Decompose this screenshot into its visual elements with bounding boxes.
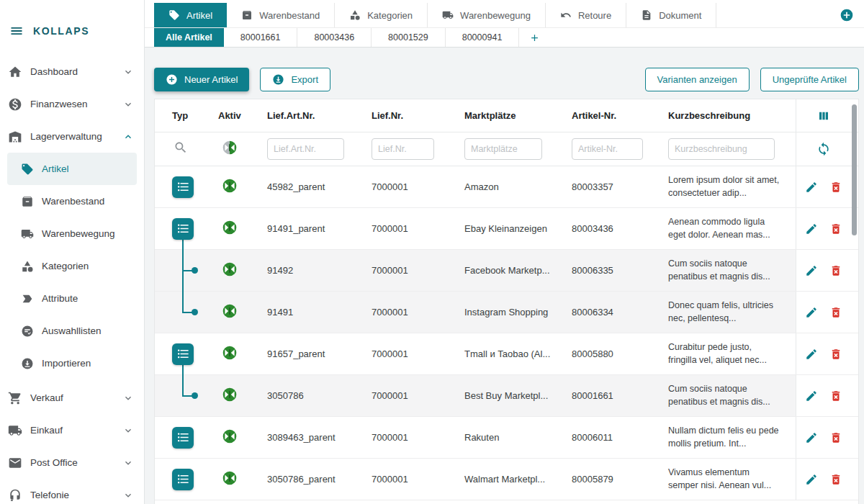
filter-cell [464,138,572,160]
active-status-icon[interactable] [222,179,237,193]
sidebar-item-verkauf[interactable]: Verkauf [0,382,144,414]
table-row[interactable]: 914917000001Instagram Shopping80006334Do… [155,292,858,333]
tab-retoure[interactable]: Retoure [546,3,626,27]
add-article-tab-button[interactable] [519,28,550,47]
table-row[interactable]: 3050786_parent7000001Walmart Marketpl...… [155,459,858,500]
lief-nr-cell: 7000001 [372,474,464,485]
article-tab-80003436[interactable]: 80003436 [297,28,372,47]
active-status-icon[interactable] [222,471,237,485]
sidebar-item-einkauf[interactable]: Einkauf [0,414,144,446]
sidebar-item-warenbestand[interactable]: Warenbestand [7,185,137,217]
add-module-tab-button[interactable] [840,8,854,22]
chevron-down-icon [122,425,134,436]
active-status-icon[interactable] [222,346,237,360]
unchecked-articles-button[interactable]: Ungeprüfte Artikel [760,68,859,91]
article-tab-alle-artikel[interactable]: Alle Artikel [154,28,224,47]
table-row[interactable]: 30507867000001Best Buy Marketpl...800016… [155,375,858,417]
filter-artikel-nr-input[interactable] [572,138,643,160]
article-tab-80001661[interactable]: 80001661 [224,28,298,47]
menu-icon[interactable] [9,24,24,38]
sidebar-item-dashboard[interactable]: Dashboard [0,55,144,88]
primary-tabbar: ArtikelWarenbestandKategorienWarenbewegu… [145,0,864,28]
edit-icon[interactable] [805,473,818,486]
active-status-icon[interactable] [222,429,237,444]
tag-icon [21,163,34,176]
filter-lief-art-nr-input[interactable] [267,138,344,160]
sidebar-item-kategorien[interactable]: Kategorien [7,250,137,282]
sidebar-item-post-office[interactable]: Post Office [0,446,144,479]
delete-icon[interactable] [829,264,842,277]
article-type-list-icon[interactable] [172,218,194,240]
tab-warenbewegung[interactable]: Warenbewegung [428,3,546,27]
delete-icon[interactable] [829,306,842,319]
tab-label: Artikel [186,10,212,21]
sidebar-item-importieren[interactable]: Importieren [7,347,137,379]
active-status-icon[interactable] [222,220,237,235]
tag-icon [168,9,180,21]
kurzbeschreibung-cell: Cum sociis natoque penatibus et magnis d… [668,258,796,283]
table-row[interactable]: 91491_parent7000001Ebay Kleinanzeigen800… [155,208,858,250]
delete-icon[interactable] [829,473,842,486]
sidebar-item-finanzwesen[interactable]: Finanzwesen [0,88,144,120]
tab-dokument[interactable]: Dokument [626,3,716,27]
column-header-marktpl-tze: Marktplätze [464,110,572,121]
truck-icon [8,423,22,438]
filter-marktpl-tze-input[interactable] [464,138,542,160]
article-tab-80000941[interactable]: 80000941 [446,28,520,47]
active-filter-icon[interactable] [222,140,237,155]
article-type-list-icon[interactable] [172,343,194,365]
tree-node-dot [192,267,198,274]
sidebar-item-telefonie[interactable]: Telefonie [0,479,144,504]
edit-icon[interactable] [805,348,818,361]
article-type-list-icon[interactable] [172,427,194,449]
sidebar-item-warenbewegung[interactable]: Warenbewegung [7,217,137,250]
table-row[interactable]: 45982_parent7000001Amazon80003357Lorem i… [155,166,858,208]
edit-icon[interactable] [805,306,818,319]
new-article-button[interactable]: Neuer Artikel [154,68,249,91]
sidebar-item-artikel[interactable]: Artikel [7,153,137,185]
lief-art-nr-cell: 45982_parent [267,181,372,192]
kurzbeschreibung-cell: Lorem ipsum dolor sit amet, consectetuer… [668,174,796,199]
article-type-list-icon[interactable] [172,469,194,490]
active-status-icon[interactable] [222,262,237,276]
sidebar-item-attribute[interactable]: Attribute [7,282,137,315]
active-status-icon[interactable] [222,304,237,318]
sidebar-item-lagerverwaltung[interactable]: Lagerverwaltung [0,120,144,153]
chevron-up-icon [122,131,134,143]
edit-icon[interactable] [805,431,818,444]
delete-icon[interactable] [829,348,842,361]
artikel-nr-cell: 80003436 [572,223,668,234]
tab-kategorien[interactable]: Kategorien [335,3,428,27]
sidebar-item-auswahllisten[interactable]: Auswahllisten [7,315,137,347]
lief-art-nr-cell: 3050786_parent [267,474,372,485]
delete-icon[interactable] [829,222,842,235]
row-actions-cell [796,166,858,207]
marktplaetze-cell: Tmall и Taobao (Al... [464,348,572,359]
vertical-scrollbar[interactable] [852,104,857,235]
columns-icon[interactable] [817,109,830,122]
sync-icon[interactable] [816,142,831,156]
article-tab-80001529[interactable]: 80001529 [372,28,446,47]
filter-kurzbeschreibung-input[interactable] [668,138,775,160]
tab-warenbestand[interactable]: Warenbestand [227,3,335,27]
download-circle-icon [272,73,284,86]
delete-icon[interactable] [829,181,842,194]
article-tab-label: 80001529 [388,32,428,42]
delete-icon[interactable] [829,431,842,444]
edit-icon[interactable] [805,181,818,194]
export-button[interactable]: Export [260,68,330,91]
lief-art-nr-cell: 91657_parent [267,348,372,359]
sidebar-item-label: Telefonie [30,490,69,500]
show-variants-button[interactable]: Varianten anzeigen [645,68,750,91]
article-type-list-icon[interactable] [172,176,194,198]
table-row[interactable]: 3089463_parent7000001Rakuten80006011Null… [155,417,858,459]
tab-artikel[interactable]: Artikel [154,3,227,27]
edit-icon[interactable] [805,390,818,402]
table-row[interactable]: 91657_parent7000001Tmall и Taobao (Al...… [155,333,858,375]
filter-lief-nr-input[interactable] [372,138,434,160]
edit-icon[interactable] [805,222,818,235]
delete-icon[interactable] [829,390,842,402]
edit-icon[interactable] [805,264,818,277]
active-status-icon[interactable] [222,387,237,402]
table-row[interactable]: 914927000001Facebook Marketp...80006335C… [155,250,858,292]
